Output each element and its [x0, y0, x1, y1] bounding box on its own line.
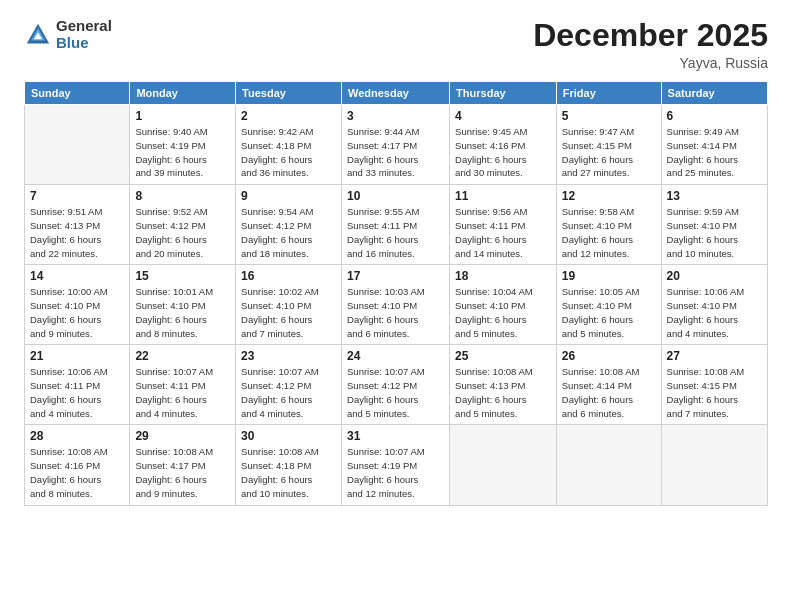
calendar-header-thursday: Thursday: [450, 82, 557, 105]
day-info: Sunrise: 10:00 AM Sunset: 4:10 PM Daylig…: [30, 285, 124, 340]
day-info: Sunrise: 9:54 AM Sunset: 4:12 PM Dayligh…: [241, 205, 336, 260]
day-number: 20: [667, 269, 762, 283]
day-info: Sunrise: 9:55 AM Sunset: 4:11 PM Dayligh…: [347, 205, 444, 260]
day-info: Sunrise: 10:08 AM Sunset: 4:18 PM Daylig…: [241, 445, 336, 500]
day-number: 13: [667, 189, 762, 203]
calendar-cell: 9Sunrise: 9:54 AM Sunset: 4:12 PM Daylig…: [236, 185, 342, 265]
calendar-cell: 12Sunrise: 9:58 AM Sunset: 4:10 PM Dayli…: [556, 185, 661, 265]
day-info: Sunrise: 10:07 AM Sunset: 4:19 PM Daylig…: [347, 445, 444, 500]
day-info: Sunrise: 10:03 AM Sunset: 4:10 PM Daylig…: [347, 285, 444, 340]
day-info: Sunrise: 10:08 AM Sunset: 4:14 PM Daylig…: [562, 365, 656, 420]
calendar-week-4: 28Sunrise: 10:08 AM Sunset: 4:16 PM Dayl…: [25, 425, 768, 505]
calendar-header-row: SundayMondayTuesdayWednesdayThursdayFrid…: [25, 82, 768, 105]
day-info: Sunrise: 9:45 AM Sunset: 4:16 PM Dayligh…: [455, 125, 551, 180]
day-number: 27: [667, 349, 762, 363]
calendar-header-saturday: Saturday: [661, 82, 767, 105]
day-number: 18: [455, 269, 551, 283]
day-number: 5: [562, 109, 656, 123]
day-number: 15: [135, 269, 230, 283]
calendar-cell: 18Sunrise: 10:04 AM Sunset: 4:10 PM Dayl…: [450, 265, 557, 345]
logo-general: General: [56, 18, 112, 35]
day-number: 3: [347, 109, 444, 123]
location: Yayva, Russia: [533, 55, 768, 71]
title-block: December 2025 Yayva, Russia: [533, 18, 768, 71]
calendar-cell: 27Sunrise: 10:08 AM Sunset: 4:15 PM Dayl…: [661, 345, 767, 425]
calendar-cell: 21Sunrise: 10:06 AM Sunset: 4:11 PM Dayl…: [25, 345, 130, 425]
day-number: 30: [241, 429, 336, 443]
calendar-cell: 23Sunrise: 10:07 AM Sunset: 4:12 PM Dayl…: [236, 345, 342, 425]
day-info: Sunrise: 9:47 AM Sunset: 4:15 PM Dayligh…: [562, 125, 656, 180]
calendar: SundayMondayTuesdayWednesdayThursdayFrid…: [24, 81, 768, 505]
day-info: Sunrise: 9:58 AM Sunset: 4:10 PM Dayligh…: [562, 205, 656, 260]
day-number: 22: [135, 349, 230, 363]
day-number: 23: [241, 349, 336, 363]
day-number: 6: [667, 109, 762, 123]
calendar-week-3: 21Sunrise: 10:06 AM Sunset: 4:11 PM Dayl…: [25, 345, 768, 425]
calendar-cell: 3Sunrise: 9:44 AM Sunset: 4:17 PM Daylig…: [342, 105, 450, 185]
calendar-cell: 13Sunrise: 9:59 AM Sunset: 4:10 PM Dayli…: [661, 185, 767, 265]
day-info: Sunrise: 10:07 AM Sunset: 4:12 PM Daylig…: [347, 365, 444, 420]
day-number: 28: [30, 429, 124, 443]
day-info: Sunrise: 9:42 AM Sunset: 4:18 PM Dayligh…: [241, 125, 336, 180]
logo-blue: Blue: [56, 35, 112, 52]
calendar-week-1: 7Sunrise: 9:51 AM Sunset: 4:13 PM Daylig…: [25, 185, 768, 265]
day-number: 8: [135, 189, 230, 203]
day-number: 24: [347, 349, 444, 363]
calendar-cell: 16Sunrise: 10:02 AM Sunset: 4:10 PM Dayl…: [236, 265, 342, 345]
day-number: 12: [562, 189, 656, 203]
day-info: Sunrise: 9:56 AM Sunset: 4:11 PM Dayligh…: [455, 205, 551, 260]
calendar-cell: 28Sunrise: 10:08 AM Sunset: 4:16 PM Dayl…: [25, 425, 130, 505]
page: General Blue December 2025 Yayva, Russia…: [0, 0, 792, 612]
day-info: Sunrise: 10:08 AM Sunset: 4:13 PM Daylig…: [455, 365, 551, 420]
day-info: Sunrise: 10:08 AM Sunset: 4:15 PM Daylig…: [667, 365, 762, 420]
calendar-cell: [556, 425, 661, 505]
calendar-cell: 1Sunrise: 9:40 AM Sunset: 4:19 PM Daylig…: [130, 105, 236, 185]
calendar-week-0: 1Sunrise: 9:40 AM Sunset: 4:19 PM Daylig…: [25, 105, 768, 185]
day-number: 10: [347, 189, 444, 203]
day-info: Sunrise: 9:52 AM Sunset: 4:12 PM Dayligh…: [135, 205, 230, 260]
day-number: 14: [30, 269, 124, 283]
day-info: Sunrise: 10:06 AM Sunset: 4:10 PM Daylig…: [667, 285, 762, 340]
calendar-cell: 22Sunrise: 10:07 AM Sunset: 4:11 PM Dayl…: [130, 345, 236, 425]
calendar-cell: 7Sunrise: 9:51 AM Sunset: 4:13 PM Daylig…: [25, 185, 130, 265]
day-info: Sunrise: 10:07 AM Sunset: 4:12 PM Daylig…: [241, 365, 336, 420]
day-info: Sunrise: 10:02 AM Sunset: 4:10 PM Daylig…: [241, 285, 336, 340]
logo-icon: [24, 21, 52, 49]
calendar-cell: 2Sunrise: 9:42 AM Sunset: 4:18 PM Daylig…: [236, 105, 342, 185]
day-number: 9: [241, 189, 336, 203]
header: General Blue December 2025 Yayva, Russia: [24, 18, 768, 71]
calendar-header-friday: Friday: [556, 82, 661, 105]
calendar-cell: 11Sunrise: 9:56 AM Sunset: 4:11 PM Dayli…: [450, 185, 557, 265]
calendar-cell: 15Sunrise: 10:01 AM Sunset: 4:10 PM Dayl…: [130, 265, 236, 345]
calendar-cell: 19Sunrise: 10:05 AM Sunset: 4:10 PM Dayl…: [556, 265, 661, 345]
logo: General Blue: [24, 18, 112, 51]
calendar-cell: 30Sunrise: 10:08 AM Sunset: 4:18 PM Dayl…: [236, 425, 342, 505]
calendar-cell: 20Sunrise: 10:06 AM Sunset: 4:10 PM Dayl…: [661, 265, 767, 345]
day-info: Sunrise: 9:49 AM Sunset: 4:14 PM Dayligh…: [667, 125, 762, 180]
day-info: Sunrise: 10:06 AM Sunset: 4:11 PM Daylig…: [30, 365, 124, 420]
day-number: 29: [135, 429, 230, 443]
day-info: Sunrise: 10:08 AM Sunset: 4:17 PM Daylig…: [135, 445, 230, 500]
day-info: Sunrise: 10:04 AM Sunset: 4:10 PM Daylig…: [455, 285, 551, 340]
day-number: 2: [241, 109, 336, 123]
calendar-cell: 24Sunrise: 10:07 AM Sunset: 4:12 PM Dayl…: [342, 345, 450, 425]
day-info: Sunrise: 9:44 AM Sunset: 4:17 PM Dayligh…: [347, 125, 444, 180]
calendar-cell: 5Sunrise: 9:47 AM Sunset: 4:15 PM Daylig…: [556, 105, 661, 185]
day-info: Sunrise: 9:40 AM Sunset: 4:19 PM Dayligh…: [135, 125, 230, 180]
logo-text: General Blue: [56, 18, 112, 51]
day-number: 1: [135, 109, 230, 123]
day-number: 31: [347, 429, 444, 443]
calendar-cell: 31Sunrise: 10:07 AM Sunset: 4:19 PM Dayl…: [342, 425, 450, 505]
calendar-cell: [450, 425, 557, 505]
day-number: 17: [347, 269, 444, 283]
calendar-cell: 14Sunrise: 10:00 AM Sunset: 4:10 PM Dayl…: [25, 265, 130, 345]
calendar-header-tuesday: Tuesday: [236, 82, 342, 105]
calendar-cell: [661, 425, 767, 505]
calendar-header-sunday: Sunday: [25, 82, 130, 105]
day-number: 25: [455, 349, 551, 363]
calendar-cell: 17Sunrise: 10:03 AM Sunset: 4:10 PM Dayl…: [342, 265, 450, 345]
day-number: 26: [562, 349, 656, 363]
calendar-header-monday: Monday: [130, 82, 236, 105]
calendar-cell: 10Sunrise: 9:55 AM Sunset: 4:11 PM Dayli…: [342, 185, 450, 265]
day-number: 16: [241, 269, 336, 283]
